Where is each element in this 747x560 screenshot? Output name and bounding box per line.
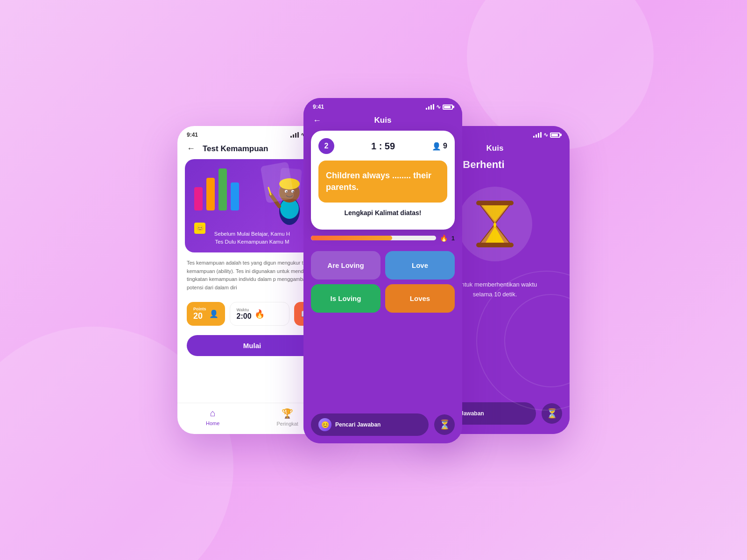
center-status-icons: ∿ — [426, 104, 453, 110]
hero-bar-chart — [194, 168, 239, 210]
center-wifi-icon: ∿ — [436, 104, 441, 110]
question-text: Children always ........ their parents. — [326, 170, 440, 193]
progress-flame-icon: 🔥 — [440, 234, 448, 242]
center-signal-icon — [426, 104, 434, 110]
progress-area: 🔥 1 — [311, 234, 455, 242]
phones-container: 9:41 ∿ ← Test Kemampuan — [163, 70, 584, 490]
score-value: 9 — [443, 142, 447, 150]
svg-marker-13 — [482, 205, 508, 222]
waktu-box: Waktu 2:00 🔥 — [230, 302, 289, 326]
hourglass-icon: ⏳ — [439, 419, 451, 430]
progress-bar-fill — [311, 236, 392, 240]
pencari-avatar-icon: 😊 — [321, 421, 329, 428]
pencari-jawaban-button[interactable]: 😊 Pencari Jawaban — [311, 413, 429, 436]
nav-peringkat[interactable]: 🏆 Peringkat — [276, 408, 298, 427]
center-status-bar: 9:41 ∿ — [303, 98, 462, 112]
center-status-time: 9:41 — [313, 104, 324, 110]
options-grid: Are Loving Love Is Loving Loves — [311, 251, 455, 313]
waktu-label: Waktu — [237, 308, 252, 312]
right-battery-icon — [550, 133, 560, 138]
left-hero-banner: 😊 — [185, 159, 319, 252]
left-page-title: Test Kemampuan — [203, 144, 268, 154]
bar-4 — [231, 182, 239, 210]
right-signal-icon — [533, 132, 542, 138]
points-box: Points 20 👤 — [187, 302, 225, 326]
score-badge: 👤 9 — [432, 142, 447, 151]
center-bottom-toolbar: 😊 Pencari Jawaban ⏳ — [303, 408, 462, 443]
points-value: 20 — [193, 311, 206, 321]
left-status-time: 9:41 — [187, 132, 198, 138]
question-number: 2 — [318, 138, 334, 154]
peringkat-icon: 🏆 — [282, 408, 293, 419]
option-a-button[interactable]: Are Loving — [311, 251, 381, 280]
left-back-button[interactable]: ← — [187, 144, 195, 154]
left-signal-icon — [290, 132, 299, 138]
center-back-button[interactable]: ← — [313, 116, 321, 126]
center-phone-content: 9:41 ∿ ← Kuis 2 — [303, 98, 462, 443]
points-label: Points — [193, 307, 206, 311]
quiz-meta: 2 1 : 59 👤 9 — [318, 138, 447, 154]
svg-rect-11 — [476, 201, 514, 205]
score-icon: 👤 — [432, 142, 441, 151]
quiz-card: 2 1 : 59 👤 9 Children always ........ th… — [311, 131, 455, 230]
svg-rect-12 — [476, 243, 514, 247]
hero-text: Sebelum Mulai Belajar, Kamu H Tes Dulu K… — [185, 230, 319, 246]
nav-peringkat-label: Peringkat — [276, 421, 298, 427]
center-phone: 9:41 ∿ ← Kuis 2 — [303, 98, 462, 443]
right-wifi-icon: ∿ — [543, 132, 548, 138]
hourglass-illustration — [458, 187, 532, 261]
hourglass-svg — [467, 196, 523, 252]
center-header: ← Kuis — [303, 112, 462, 131]
nav-home-label: Home — [206, 420, 219, 426]
option-c-button[interactable]: Is Loving — [311, 284, 381, 313]
center-page-title: Kuis — [374, 116, 392, 125]
bar-3 — [218, 168, 227, 210]
flame-icon: 🔥 — [254, 309, 265, 319]
waktu-value: 2:00 — [237, 312, 252, 321]
quiz-timer: 1 : 59 — [371, 141, 395, 152]
option-d-button[interactable]: Loves — [385, 284, 455, 313]
center-battery-icon — [443, 105, 453, 110]
svg-point-15 — [493, 223, 496, 227]
progress-bar-background — [311, 236, 436, 240]
points-icon: 👤 — [209, 309, 218, 318]
bar-2 — [206, 178, 215, 210]
question-box: Children always ........ their parents. — [318, 161, 447, 203]
nav-home[interactable]: ⌂ Home — [206, 408, 219, 427]
home-icon: ⌂ — [210, 408, 216, 419]
right-status-icons: ∿ — [533, 132, 560, 138]
hero-deco-rect2 — [278, 168, 302, 200]
pencari-avatar: 😊 — [318, 418, 331, 431]
pencari-label: Pencari Jawaban — [335, 421, 381, 428]
progress-value: 1 — [451, 235, 455, 242]
option-b-button[interactable]: Love — [385, 251, 455, 280]
center-hourglass-button[interactable]: ⏳ — [434, 414, 455, 435]
mulai-button[interactable]: Mulai — [187, 335, 317, 356]
right-page-title: Kuis — [486, 144, 504, 153]
bar-1 — [194, 187, 203, 210]
instruction-text: Lengkapi Kalimat diatas! — [318, 209, 447, 217]
